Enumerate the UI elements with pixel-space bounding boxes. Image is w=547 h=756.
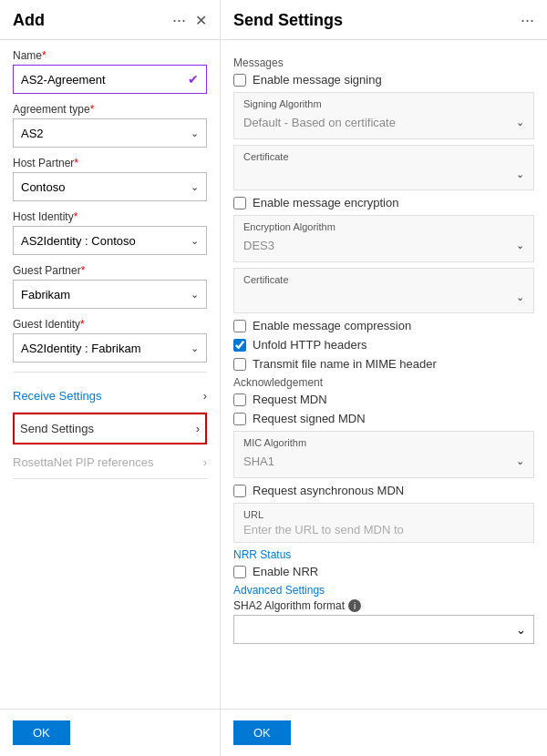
agreement-type-select[interactable]: AS2 ⌄	[13, 118, 207, 148]
host-partner-select[interactable]: Contoso ⌄	[13, 172, 207, 201]
chevron-down-icon: ⌄	[516, 169, 524, 180]
enable-nrr-row: Enable NRR	[233, 565, 534, 578]
nav-receive-settings[interactable]: Receive Settings ›	[13, 380, 207, 413]
check-icon: ✔	[188, 72, 199, 87]
guest-partner-select[interactable]: Fabrikam ⌄	[13, 280, 207, 309]
right-dots-menu[interactable]: ···	[521, 11, 534, 30]
request-signed-mdn-row: Request signed MDN	[233, 412, 534, 425]
encryption-algorithm-section: Encryption Algorithm DES3 ⌄	[233, 215, 534, 262]
name-label: Name*	[13, 49, 207, 62]
enable-encryption-label: Enable message encryption	[253, 196, 398, 209]
enable-signing-row: Enable message signing	[233, 73, 534, 87]
sha2-format-row: SHA2 Algorithm format i	[233, 599, 534, 612]
acknowledgement-label: Acknowledgement	[233, 376, 534, 389]
advanced-settings-label: Advanced Settings	[233, 584, 534, 597]
enable-encryption-row: Enable message encryption	[233, 196, 534, 209]
encryption-algo-value: DES3	[243, 239, 274, 252]
signing-algo-label: Signing Algorithm	[243, 98, 524, 109]
right-panel-title: Send Settings	[233, 11, 515, 30]
enable-compression-label: Enable message compression	[253, 319, 411, 332]
messages-section-label: Messages	[233, 56, 534, 69]
name-input[interactable]: AS2-Agreement ✔	[13, 65, 207, 94]
guest-partner-label: Guest Partner*	[13, 264, 207, 277]
request-async-mdn-checkbox[interactable]	[233, 485, 246, 497]
signing-algo-select[interactable]: Default - Based on certificate ⌄	[243, 112, 524, 133]
host-identity-label: Host Identity*	[13, 210, 207, 223]
nav-send-settings[interactable]: Send Settings ›	[13, 413, 207, 444]
right-panel: Send Settings ··· Messages Enable messag…	[221, 0, 547, 756]
url-input[interactable]: Enter the URL to send MDN to	[243, 523, 524, 536]
enable-encryption-checkbox[interactable]	[233, 197, 246, 209]
chevron-right-icon: ›	[196, 422, 200, 435]
request-async-mdn-label: Request asynchronous MDN	[253, 484, 404, 497]
host-identity-select[interactable]: AS2Identity : Contoso ⌄	[13, 226, 207, 255]
encryption-cert-select[interactable]: ⌄	[243, 288, 524, 307]
receive-settings-label: Receive Settings	[13, 389, 102, 403]
sha2-format-label: SHA2 Algorithm format	[233, 599, 345, 612]
chevron-down-icon: ⌄	[516, 240, 524, 251]
transmit-filename-checkbox[interactable]	[233, 358, 246, 371]
request-signed-mdn-label: Request signed MDN	[253, 412, 366, 425]
close-button[interactable]: ✕	[195, 12, 207, 29]
url-section: URL Enter the URL to send MDN to	[233, 503, 534, 543]
guest-partner-group: Guest Partner* Fabrikam ⌄	[13, 264, 207, 309]
chevron-down-icon: ⌄	[516, 623, 526, 637]
unfold-http-row: Unfold HTTP headers	[233, 338, 534, 352]
mic-algo-select[interactable]: SHA1 ⌄	[243, 451, 524, 472]
request-async-mdn-row: Request asynchronous MDN	[233, 484, 534, 497]
chevron-down-icon: ⌄	[516, 291, 524, 303]
chevron-right-icon: ›	[203, 455, 207, 469]
left-ok-button[interactable]: OK	[13, 720, 70, 745]
name-group: Name* AS2-Agreement ✔	[13, 49, 207, 94]
guest-identity-select[interactable]: AS2Identity : Fabrikam ⌄	[13, 333, 207, 363]
signing-cert-select[interactable]: ⌄	[243, 165, 524, 184]
chevron-down-icon: ⌄	[191, 128, 199, 139]
left-panel-title: Add	[13, 11, 167, 30]
nav-rosettanet[interactable]: RosettaNet PIP references ›	[13, 446, 207, 479]
encryption-algo-label: Encryption Algorithm	[243, 221, 524, 232]
left-body: Name* AS2-Agreement ✔ Agreement type* AS…	[0, 40, 220, 709]
request-mdn-label: Request MDN	[253, 393, 327, 406]
signing-algo-value: Default - Based on certificate	[243, 116, 396, 129]
enable-compression-row: Enable message compression	[233, 319, 534, 332]
chevron-down-icon: ⌄	[516, 117, 524, 128]
info-icon[interactable]: i	[348, 599, 361, 612]
divider	[13, 372, 207, 373]
right-footer: OK	[221, 709, 547, 756]
unfold-http-checkbox[interactable]	[233, 339, 246, 352]
host-identity-group: Host Identity* AS2Identity : Contoso ⌄	[13, 210, 207, 255]
agreement-type-group: Agreement type* AS2 ⌄	[13, 103, 207, 148]
rosettanet-label: RosettaNet PIP references	[13, 455, 153, 469]
left-footer: OK	[0, 709, 220, 756]
sha2-format-select[interactable]: ⌄	[233, 615, 534, 644]
host-partner-group: Host Partner* Contoso ⌄	[13, 157, 207, 201]
left-dots-menu[interactable]: ···	[172, 11, 186, 30]
signing-algorithm-section: Signing Algorithm Default - Based on cer…	[233, 92, 534, 139]
request-mdn-checkbox[interactable]	[233, 393, 246, 406]
url-label: URL	[243, 509, 524, 520]
agreement-type-label: Agreement type*	[13, 103, 207, 116]
request-signed-mdn-checkbox[interactable]	[233, 413, 246, 425]
encryption-algo-select[interactable]: DES3 ⌄	[243, 235, 524, 256]
send-settings-label: Send Settings	[20, 422, 94, 435]
right-ok-button[interactable]: OK	[233, 720, 291, 745]
right-header: Send Settings ···	[221, 0, 547, 40]
mic-algo-label: MIC Algorithm	[243, 437, 524, 448]
enable-nrr-checkbox[interactable]	[233, 566, 246, 578]
chevron-right-icon: ›	[203, 389, 207, 403]
mic-algo-section: MIC Algorithm SHA1 ⌄	[233, 431, 534, 478]
enable-compression-checkbox[interactable]	[233, 320, 246, 332]
right-body: Messages Enable message signing Signing …	[221, 40, 547, 709]
enable-nrr-label: Enable NRR	[253, 565, 318, 578]
enable-signing-checkbox[interactable]	[233, 74, 246, 87]
chevron-down-icon: ⌄	[191, 235, 199, 247]
encryption-certificate-section: Certificate ⌄	[233, 268, 534, 313]
guest-identity-group: Guest Identity* AS2Identity : Fabrikam ⌄	[13, 318, 207, 363]
left-panel: Add ··· ✕ Name* AS2-Agreement ✔ Agreemen…	[0, 0, 221, 756]
unfold-http-label: Unfold HTTP headers	[253, 338, 367, 352]
left-header: Add ··· ✕	[0, 0, 220, 40]
host-partner-label: Host Partner*	[13, 157, 207, 169]
chevron-down-icon: ⌄	[191, 181, 199, 193]
chevron-down-icon: ⌄	[191, 342, 199, 354]
signing-cert-label: Certificate	[243, 151, 524, 162]
